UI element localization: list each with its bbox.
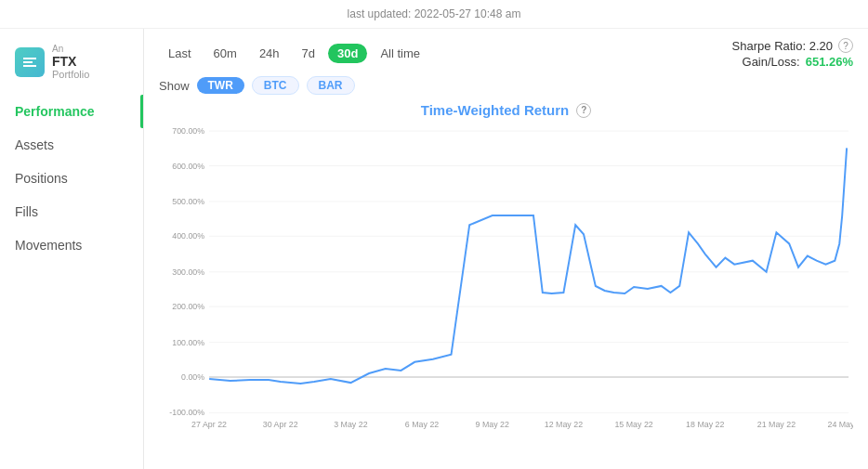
sharpe-row: Sharpe Ratio: 2.20 ? — [732, 38, 853, 53]
time-btn-7d[interactable]: 7d — [293, 44, 324, 63]
brand-logo — [15, 47, 45, 77]
svg-text:200.00%: 200.00% — [172, 302, 204, 311]
svg-text:-100.00%: -100.00% — [169, 408, 204, 417]
chart-container: 700.00% 600.00% 500.00% 400.00% 300.00% — [159, 122, 853, 460]
metrics-panel: Sharpe Ratio: 2.20 ? Gain/Loss: 651.26% — [732, 38, 853, 69]
time-filters: Last 60m 24h 7d 30d All time — [159, 44, 429, 63]
show-label: Show — [159, 79, 190, 93]
sidebar-item-movements[interactable]: Movements — [0, 228, 143, 262]
svg-text:30 Apr 22: 30 Apr 22 — [263, 419, 298, 428]
chart-svg: 700.00% 600.00% 500.00% 400.00% 300.00% — [159, 122, 853, 460]
controls-row: Last 60m 24h 7d 30d All time Sharpe Rati… — [159, 38, 853, 69]
show-btn-btc[interactable]: BTC — [252, 76, 299, 95]
ftx-logo-icon — [20, 53, 39, 72]
chart-area: Time-Weighted Return ? — [159, 102, 853, 460]
chart-title-text: Time-Weighted Return — [421, 102, 569, 118]
sidebar-item-assets[interactable]: Assets — [0, 128, 143, 162]
svg-text:300.00%: 300.00% — [172, 267, 204, 277]
svg-text:400.00%: 400.00% — [172, 231, 204, 241]
time-btn-30d[interactable]: 30d — [328, 44, 367, 63]
brand: An FTX Portfolio — [0, 36, 143, 95]
brand-sub-label: Portfolio — [52, 69, 89, 80]
svg-text:600.00%: 600.00% — [172, 161, 204, 170]
sidebar: An FTX Portfolio Performance Assets Posi… — [0, 29, 144, 469]
svg-text:27 Apr 22: 27 Apr 22 — [191, 419, 227, 428]
time-btn-60m[interactable]: 60m — [204, 44, 246, 63]
content-area: Last 60m 24h 7d 30d All time Sharpe Rati… — [144, 29, 868, 469]
time-btn-last[interactable]: Last — [159, 44, 201, 63]
top-bar: last updated: 2022-05-27 10:48 am — [0, 0, 868, 29]
show-row: Show TWR BTC BAR — [159, 76, 853, 95]
last-updated-text: last updated: 2022-05-27 10:48 am — [348, 7, 521, 20]
main-layout: An FTX Portfolio Performance Assets Posi… — [0, 29, 868, 469]
chart-line — [209, 148, 847, 384]
svg-text:100.00%: 100.00% — [172, 338, 204, 347]
time-btn-24h[interactable]: 24h — [250, 44, 289, 63]
svg-text:500.00%: 500.00% — [172, 197, 204, 206]
svg-text:3 May 22: 3 May 22 — [334, 419, 367, 428]
sidebar-item-performance[interactable]: Performance — [0, 95, 143, 128]
sidebar-item-fills[interactable]: Fills — [0, 195, 143, 228]
sidebar-item-positions[interactable]: Positions — [0, 162, 143, 195]
svg-text:9 May 22: 9 May 22 — [476, 419, 509, 428]
time-btn-all-time[interactable]: All time — [371, 44, 429, 63]
show-btn-twr[interactable]: TWR — [197, 77, 244, 94]
svg-text:21 May 22: 21 May 22 — [757, 419, 796, 428]
svg-text:12 May 22: 12 May 22 — [545, 419, 583, 428]
svg-text:24 May 22: 24 May 22 — [827, 419, 853, 428]
sharpe-help-icon[interactable]: ? — [838, 38, 853, 53]
gain-loss-value: 651.26% — [806, 55, 853, 69]
svg-text:700.00%: 700.00% — [172, 126, 204, 136]
chart-title: Time-Weighted Return ? — [159, 102, 853, 118]
brand-name-label: FTX — [52, 54, 89, 69]
show-btn-bar[interactable]: BAR — [307, 76, 355, 95]
gain-loss-label: Gain/Loss: — [743, 55, 800, 69]
brand-an-label: An — [52, 44, 89, 54]
svg-text:15 May 22: 15 May 22 — [614, 419, 652, 428]
svg-text:6 May 22: 6 May 22 — [405, 419, 439, 428]
gain-loss-row: Gain/Loss: 651.26% — [743, 55, 853, 69]
svg-text:18 May 22: 18 May 22 — [686, 419, 724, 428]
svg-text:0.00%: 0.00% — [181, 372, 204, 382]
sharpe-label: Sharpe Ratio: 2.20 — [732, 39, 833, 53]
chart-help-icon[interactable]: ? — [576, 103, 591, 118]
brand-info: An FTX Portfolio — [52, 44, 89, 80]
